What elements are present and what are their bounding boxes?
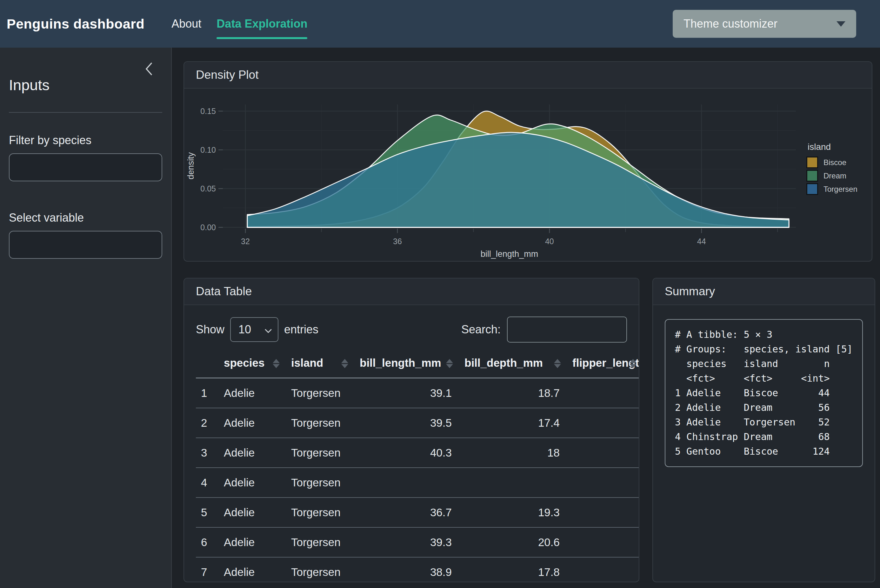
svg-text:bill_length_mm: bill_length_mm bbox=[481, 249, 538, 259]
legend-swatch bbox=[807, 156, 818, 168]
column-header-bill_length_mm[interactable]: bill_length_mm bbox=[352, 350, 457, 378]
legend-item: Dream bbox=[807, 170, 869, 182]
table-row[interactable]: 3AdelieTorgersen40.318 bbox=[196, 438, 639, 468]
table-body: 1AdelieTorgersen39.118.72AdelieTorgersen… bbox=[196, 378, 639, 583]
table-row[interactable]: 5AdelieTorgersen36.719.3 bbox=[196, 498, 639, 527]
table-cell bbox=[565, 498, 639, 527]
table-header-row: speciesislandbill_length_mmbill_depth_mm… bbox=[196, 350, 639, 378]
plot-legend: island BiscoeDreamTorgersen bbox=[807, 142, 869, 196]
tab-about[interactable]: About bbox=[171, 0, 201, 48]
data-table: speciesislandbill_length_mmbill_depth_mm… bbox=[196, 350, 639, 582]
table-cell: Torgersen bbox=[283, 498, 352, 527]
summary-body: # A tibble: 5 × 3 # Groups: species, isl… bbox=[653, 319, 875, 467]
table-cell: Torgersen bbox=[283, 378, 352, 408]
table-cell bbox=[565, 438, 639, 468]
page-size-value: 10 bbox=[238, 323, 251, 336]
svg-text:density: density bbox=[186, 152, 196, 179]
table-cell: 6 bbox=[196, 527, 216, 557]
entries-label: entries bbox=[284, 323, 318, 336]
table-cell: 19.3 bbox=[457, 498, 565, 527]
row-number-header bbox=[196, 350, 216, 378]
table-cell: 3 bbox=[196, 438, 216, 468]
table-cell: Torgersen bbox=[283, 557, 352, 582]
search-input[interactable] bbox=[507, 316, 627, 343]
table-cell: 7 bbox=[196, 557, 216, 582]
table-cell: 39.1 bbox=[352, 378, 457, 408]
sidebar: Inputs Filter by species Select variable bbox=[0, 48, 172, 588]
sort-icons bbox=[630, 359, 637, 368]
table-cell: 39.5 bbox=[352, 408, 457, 438]
navbar: Penguins dashboard About Data Exploratio… bbox=[0, 0, 880, 48]
table-cell: Torgersen bbox=[283, 438, 352, 468]
table-cell: 18.7 bbox=[457, 378, 565, 408]
page-size-select[interactable]: 10 bbox=[230, 317, 279, 342]
nav-tabs: About Data Exploration bbox=[156, 0, 307, 48]
table-row[interactable]: 7AdelieTorgersen38.917.8 bbox=[196, 557, 639, 582]
sort-icons bbox=[554, 359, 561, 368]
legend-swatch bbox=[807, 183, 818, 195]
app-title: Penguins dashboard bbox=[7, 16, 144, 32]
sidebar-collapse-button[interactable] bbox=[144, 62, 154, 77]
legend-swatch bbox=[807, 170, 818, 182]
sort-icons bbox=[273, 359, 280, 368]
svg-text:0.15: 0.15 bbox=[200, 106, 216, 116]
summary-card: Summary # A tibble: 5 × 3 # Groups: spec… bbox=[652, 278, 875, 582]
table-cell bbox=[565, 527, 639, 557]
table-cell bbox=[565, 557, 639, 582]
column-header-island[interactable]: island bbox=[283, 350, 352, 378]
table-cell: Adelie bbox=[216, 438, 283, 468]
page-layout: Inputs Filter by species Select variable… bbox=[0, 48, 880, 588]
chevron-down-icon bbox=[264, 323, 272, 336]
table-cell bbox=[565, 468, 639, 498]
svg-text:32: 32 bbox=[241, 237, 250, 246]
table-cell: 17.4 bbox=[457, 408, 565, 438]
legend-item: Torgersen bbox=[807, 183, 869, 195]
table-cell bbox=[352, 468, 457, 498]
datatable-controls: Show 10 entries Search: bbox=[196, 316, 627, 343]
tab-data-exploration[interactable]: Data Exploration bbox=[216, 0, 307, 48]
table-row[interactable]: 4AdelieTorgersen bbox=[196, 468, 639, 498]
main-content: Density Plot 0.000.050.100.1532364044bil… bbox=[172, 48, 880, 588]
chevron-left-icon bbox=[144, 72, 154, 77]
table-row[interactable]: 1AdelieTorgersen39.118.7 bbox=[196, 378, 639, 408]
sidebar-heading: Inputs bbox=[9, 76, 162, 94]
table-cell: Adelie bbox=[216, 408, 283, 438]
sidebar-divider bbox=[9, 112, 162, 113]
sort-icons bbox=[341, 359, 348, 368]
table-cell: Adelie bbox=[216, 557, 283, 582]
table-cell: 5 bbox=[196, 498, 216, 527]
table-cell: Adelie bbox=[216, 498, 283, 527]
legend-label: Biscoe bbox=[823, 158, 846, 167]
svg-text:0.10: 0.10 bbox=[200, 146, 216, 154]
density-plot-card: Density Plot 0.000.050.100.1532364044bil… bbox=[183, 61, 873, 262]
density-plot-canvas: 0.000.050.100.1532364044bill_length_mmde… bbox=[184, 88, 873, 262]
svg-text:40: 40 bbox=[545, 237, 554, 246]
table-cell: 2 bbox=[196, 408, 216, 438]
table-cell: 4 bbox=[196, 468, 216, 498]
table-cell: 38.9 bbox=[352, 557, 457, 582]
table-cell: Adelie bbox=[216, 378, 283, 408]
table-cell: 1 bbox=[196, 378, 216, 408]
data-table-body: Show 10 entries Search: bbox=[184, 316, 639, 582]
search-wrap: Search: bbox=[461, 316, 627, 343]
theme-customizer-label: Theme customizer bbox=[684, 17, 778, 30]
show-label: Show bbox=[196, 323, 225, 336]
theme-customizer-dropdown[interactable]: Theme customizer bbox=[673, 10, 856, 38]
table-cell: 20.6 bbox=[457, 527, 565, 557]
table-cell: 39.3 bbox=[352, 527, 457, 557]
species-filter-select[interactable] bbox=[9, 153, 162, 181]
table-cell: Adelie bbox=[216, 527, 283, 557]
svg-text:36: 36 bbox=[393, 237, 402, 246]
table-row[interactable]: 6AdelieTorgersen39.320.6 bbox=[196, 527, 639, 557]
svg-text:0.05: 0.05 bbox=[200, 184, 216, 193]
density-area-torgersen bbox=[247, 132, 789, 227]
column-header-species[interactable]: species bbox=[216, 350, 283, 378]
table-row[interactable]: 2AdelieTorgersen39.517.4 bbox=[196, 408, 639, 438]
caret-down-icon bbox=[837, 21, 846, 27]
summary-output: # A tibble: 5 × 3 # Groups: species, isl… bbox=[665, 319, 863, 467]
data-table-card: Data Table Show 10 entries Search: bbox=[183, 278, 639, 582]
variable-select[interactable] bbox=[9, 231, 162, 259]
column-header-flipper_length_mm[interactable]: flipper_length_mm bbox=[565, 350, 639, 378]
column-header-bill_depth_mm[interactable]: bill_depth_mm bbox=[457, 350, 565, 378]
legend-label: Dream bbox=[823, 171, 846, 180]
